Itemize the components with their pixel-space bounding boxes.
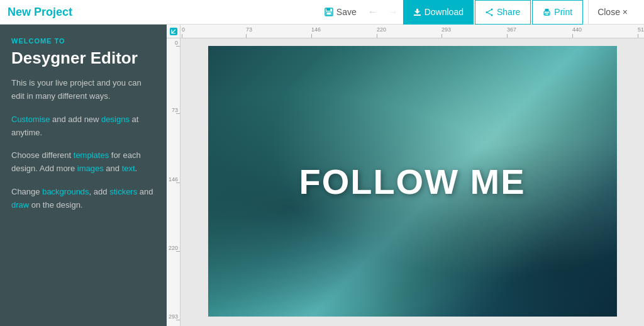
share-icon	[486, 8, 494, 16]
ruler-top-label: 293	[441, 26, 451, 33]
svg-point-5	[491, 14, 492, 16]
ruler-left-label: 0	[175, 40, 178, 46]
print-label: Print	[554, 7, 572, 17]
share-label: Share	[497, 7, 520, 17]
save-icon	[325, 8, 333, 16]
ruler-left-label: 146	[169, 176, 178, 183]
ruler-top-label: 146	[311, 26, 321, 33]
ruler-tick-line	[507, 34, 508, 38]
svg-line-7	[487, 9, 491, 11]
share-button[interactable]: Share	[475, 0, 531, 25]
ruler-tick-line	[638, 34, 638, 38]
sidebar-paragraph-2: Customise and add new designs at anytime…	[11, 113, 155, 140]
back-arrow-button[interactable]: ←	[363, 0, 383, 25]
stickers-link[interactable]: stickers	[109, 187, 137, 196]
designs-link[interactable]: designs	[101, 115, 130, 124]
project-title: New Project	[8, 6, 318, 19]
print-icon	[543, 8, 551, 16]
ruler-left-label: 293	[169, 313, 178, 320]
print-button[interactable]: Print	[532, 0, 583, 25]
customise-link[interactable]: Customise	[11, 115, 50, 124]
ruler-vtick-line	[176, 251, 180, 252]
ruler-tick-line	[441, 34, 442, 38]
svg-point-4	[491, 8, 492, 10]
ruler-top: 073146220293367440514	[180, 25, 644, 38]
download-button[interactable]: Download	[403, 0, 474, 25]
main-layout: WELCOME TO Desygner Editor This is your …	[0, 25, 644, 326]
close-label: Close ×	[597, 7, 628, 17]
forward-arrow-button[interactable]: →	[383, 0, 403, 25]
svg-rect-1	[326, 8, 330, 11]
svg-rect-10	[545, 9, 549, 11]
header: New Project Save ← → Download	[0, 0, 644, 25]
ruler-top-label: 0	[182, 26, 185, 33]
canvas-headline: FOLLOW ME	[299, 161, 525, 202]
backgrounds-link[interactable]: backgrounds	[42, 187, 89, 196]
ruler-vtick-line	[176, 46, 180, 47]
draw-link[interactable]: draw	[11, 200, 29, 210]
ruler-top-label: 367	[507, 26, 516, 33]
ruler-tick-line	[572, 34, 573, 38]
ruler-vtick-line	[176, 183, 180, 183]
ruler-top-label: 73	[246, 26, 252, 33]
ruler-tick-line	[246, 34, 247, 38]
ruler-top-label: 220	[377, 26, 386, 33]
sidebar: WELCOME TO Desygner Editor This is your …	[0, 25, 167, 326]
sidebar-paragraph-4: Change backgrounds, add stickers and dra…	[11, 186, 155, 212]
ruler-left-label: 73	[172, 107, 178, 113]
svg-rect-11	[545, 13, 549, 15]
svg-point-6	[486, 11, 487, 13]
ruler-tick-line	[377, 34, 377, 38]
svg-rect-2	[326, 12, 331, 15]
ruler-left-label: 220	[169, 245, 178, 251]
ruler-tick-line	[311, 34, 312, 38]
close-button[interactable]: Close ×	[588, 0, 636, 25]
ruler-tick-line	[182, 34, 182, 38]
design-canvas[interactable]: FOLLOW ME	[180, 38, 644, 326]
svg-rect-3	[414, 14, 421, 16]
save-label: Save	[336, 7, 357, 17]
sidebar-paragraph-1: This is your live project and you can ed…	[11, 77, 155, 103]
ruler-vtick-line	[176, 113, 180, 114]
ruler-top-label: 514	[638, 26, 644, 33]
text-link[interactable]: text	[122, 164, 135, 173]
sidebar-paragraph-3: Choose different templates for each desi…	[11, 149, 155, 176]
svg-line-8	[487, 13, 491, 14]
download-label: Download	[425, 7, 464, 17]
ruler-top-label: 440	[572, 26, 582, 33]
canvas-area: 073146220293367440514 073146220293 FOLLO…	[167, 25, 644, 326]
ruler-vtick-line	[176, 320, 180, 320]
header-actions: Save ← → Download Share	[318, 0, 636, 25]
templates-link[interactable]: templates	[74, 150, 109, 160]
images-link[interactable]: images	[77, 164, 104, 173]
ruler-corner-icon	[170, 28, 177, 35]
ruler-left: 073146220293	[167, 38, 180, 326]
ruler-corner	[167, 25, 180, 38]
download-icon	[413, 8, 421, 16]
welcome-label: WELCOME TO	[11, 37, 155, 45]
editor-title: Desygner Editor	[11, 48, 155, 68]
canvas-design: FOLLOW ME	[208, 46, 617, 317]
save-button[interactable]: Save	[318, 0, 363, 25]
